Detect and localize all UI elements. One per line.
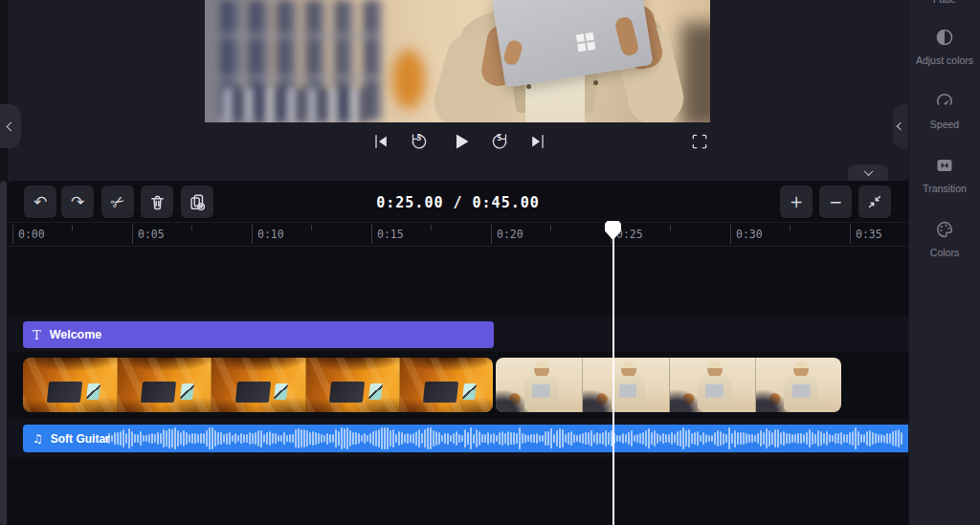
collapse-timeline-tab[interactable] [848,164,888,181]
waveform-bar [550,428,552,449]
waveform-bar [826,431,828,445]
waveform-bar [438,432,440,445]
waveform-bar [878,434,880,444]
waveform-bar [404,434,406,443]
waveform-bar [852,431,854,446]
waveform-bar [117,432,119,444]
ruler-tick [850,225,851,244]
waveform-bar [559,428,561,448]
waveform-bar [246,434,248,443]
waveform-bar [444,433,446,444]
waveform-bar [367,435,368,442]
redo-button[interactable]: ↷ [61,186,94,218]
waveform-bar [545,431,546,446]
play-button[interactable] [449,129,474,154]
waveform-bar [479,431,480,447]
audio-clip-soft-guitar[interactable]: ♫ Soft Guitar [23,425,908,452]
waveform-bar [407,433,409,444]
skip-to-start-button[interactable] [370,131,391,152]
waveform-bar [229,432,231,444]
waveform-bar [272,433,274,444]
waveform-bar [812,432,813,445]
waveform-bar [737,432,739,445]
waveform-bar [880,434,882,442]
timeline-ruler[interactable]: 0:000:050:100:150:200:250:300:35 [8,222,908,247]
ruler-label: 0:20 [497,228,523,241]
duplicate-button[interactable] [181,186,213,218]
waveform-bar [278,435,279,442]
waveform-bar [303,429,305,448]
undo-button[interactable]: ↶ [24,186,56,218]
waveform-bar [616,435,618,441]
waveform-bar [269,431,271,445]
waveform-bar [252,433,254,444]
waveform-bar [415,431,417,446]
collapse-right-panel-handle[interactable] [893,104,908,148]
undo-icon: ↶ [33,194,47,210]
waveform-bar [892,431,894,446]
waveform-bar [427,427,429,449]
jump-forward-5s-button[interactable]: 5 [489,131,510,152]
sidebar-item-colors[interactable]: Colors [909,219,980,258]
waveform-bar [754,435,756,442]
ruler-minor-tick [670,225,671,230]
jacket-button [593,80,598,85]
waveform-bar [323,435,325,442]
waveform-bar [369,433,371,444]
timeline-vertical-scrollbar[interactable] [0,181,7,525]
video-clip-1[interactable] [23,358,493,412]
sidebar-item-transition[interactable]: Transition [909,155,980,194]
fullscreen-button[interactable] [689,131,710,152]
waveform-bar [209,427,211,449]
waveform-bar [289,434,291,443]
zoom-in-button[interactable]: + [780,186,813,218]
video-preview [205,0,710,122]
waveform-bar [585,432,587,445]
zoom-out-button[interactable]: − [819,186,852,218]
video-thumbnail [117,358,211,412]
waveform-bar [384,427,386,449]
delete-button[interactable] [141,186,173,218]
waveform-bar [777,429,779,447]
waveform-bar [318,433,320,444]
waveform-bar [565,434,567,443]
ruler-tick [252,225,253,244]
text-clip-welcome[interactable]: T Welcome [23,321,494,348]
cut-button[interactable]: ✂ [101,186,134,218]
sidebar-item-fade[interactable]: Fade [909,0,980,5]
waveform-bar [863,434,865,444]
waveform-bar [378,429,380,448]
waveform-bar [625,434,627,443]
skip-to-end-button[interactable] [527,131,548,152]
waveform-bar [889,433,891,444]
waveform-bar [355,432,357,445]
waveform-bar [453,433,455,444]
waveform-bar [593,434,595,443]
waveform-bar [691,433,693,443]
waveform-bar [743,432,745,445]
sidebar-item-speed[interactable]: Speed [909,91,980,130]
waveform-bar [835,433,836,445]
waveform-bar [599,433,601,444]
waveform-bar [682,427,684,449]
video-clip-2[interactable] [496,358,841,412]
waveform-bar [108,433,110,445]
waveform-bar [636,434,638,444]
waveform-bar [728,427,730,449]
waveform-bar [837,433,839,445]
waveform-bar [358,433,360,443]
waveform-bar [774,429,776,448]
playhead-line[interactable] [612,237,614,525]
collapse-left-panel-handle[interactable] [0,104,21,148]
sidebar-item-adjust-colors[interactable]: Adjust colors [909,27,980,66]
jump-back-5s-button[interactable]: 5 [409,131,430,152]
properties-sidebar: Fade Adjust colors Speed Transition [908,0,980,525]
waveform-bar [596,432,598,445]
zoom-to-fit-button[interactable] [858,186,891,218]
waveform-bar [740,432,742,445]
ruler-tick [371,225,372,244]
waveform-bar [148,434,150,442]
waveform-bar [786,433,788,445]
waveform-bar [232,435,234,443]
waveform-bar [214,430,216,448]
